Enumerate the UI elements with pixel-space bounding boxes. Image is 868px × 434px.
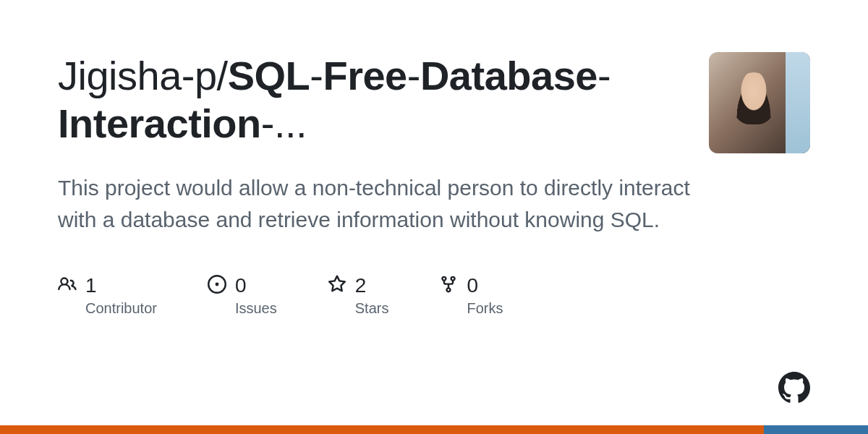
repo-owner[interactable]: Jigisha-p bbox=[58, 53, 217, 98]
issue-opened-icon bbox=[208, 275, 226, 297]
stats-row: 1 Contributor 0 Issues 2 Stars bbox=[58, 274, 810, 317]
header-row: Jigisha-p/SQL-Free-Database-Interaction-… bbox=[58, 52, 810, 153]
repo-description: This project would allow a non-technical… bbox=[58, 172, 709, 235]
contributors-count: 1 bbox=[85, 274, 97, 297]
github-mark-icon[interactable] bbox=[778, 372, 810, 404]
stars-label: Stars bbox=[355, 300, 389, 317]
repo-forked-icon bbox=[439, 275, 458, 297]
repo-name-truncation: -... bbox=[261, 101, 307, 146]
issues-count: 0 bbox=[235, 274, 247, 297]
stat-contributors[interactable]: 1 Contributor bbox=[58, 274, 157, 317]
title-wrap: Jigisha-p/SQL-Free-Database-Interaction-… bbox=[58, 52, 673, 148]
issues-label: Issues bbox=[235, 300, 277, 317]
forks-label: Forks bbox=[467, 300, 503, 317]
people-icon bbox=[58, 275, 77, 297]
stars-count: 2 bbox=[355, 274, 367, 297]
stat-forks[interactable]: 0 Forks bbox=[439, 274, 503, 317]
stat-issues[interactable]: 0 Issues bbox=[208, 274, 277, 317]
owner-repo-separator: / bbox=[217, 53, 228, 98]
owner-avatar[interactable] bbox=[709, 52, 810, 153]
repo-title: Jigisha-p/SQL-Free-Database-Interaction-… bbox=[58, 52, 673, 148]
language-segment bbox=[764, 425, 868, 434]
forks-count: 0 bbox=[467, 274, 478, 297]
contributors-label: Contributor bbox=[85, 300, 157, 317]
language-segment bbox=[0, 425, 764, 434]
repo-social-card: Jigisha-p/SQL-Free-Database-Interaction-… bbox=[0, 0, 868, 434]
stat-stars[interactable]: 2 Stars bbox=[328, 274, 389, 317]
language-bar bbox=[0, 425, 868, 434]
star-icon bbox=[328, 275, 346, 297]
